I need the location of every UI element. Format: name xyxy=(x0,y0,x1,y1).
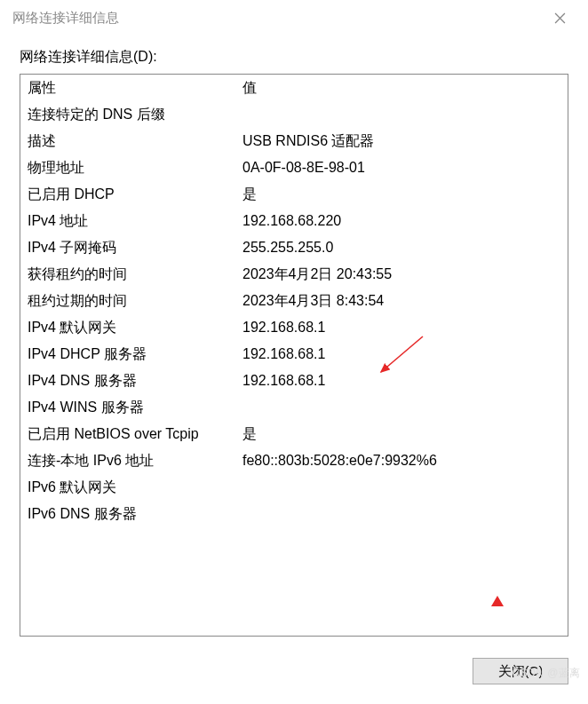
table-row[interactable]: IPv6 DNS 服务器 xyxy=(20,501,568,527)
table-row[interactable]: 连接特定的 DNS 后缀 xyxy=(20,101,568,128)
property-cell: 租约过期的时间 xyxy=(28,289,242,312)
property-cell: 已启用 DHCP xyxy=(28,183,242,206)
table-row[interactable]: IPv4 DNS 服务器192.168.68.1 xyxy=(20,368,568,394)
table-row[interactable]: IPv4 WINS 服务器 xyxy=(20,394,568,421)
close-icon[interactable] xyxy=(542,0,577,36)
value-cell: USB RNDIS6 适配器 xyxy=(242,130,568,153)
property-cell: IPv4 地址 xyxy=(28,210,242,233)
value-cell: 192.168.68.220 xyxy=(242,210,568,233)
property-cell: IPv4 默认网关 xyxy=(28,316,242,339)
header-row: 属性 值 xyxy=(20,75,568,101)
property-cell: 物理地址 xyxy=(28,156,242,179)
value-cell: 192.168.68.1 xyxy=(242,316,568,339)
table-row[interactable]: 获得租约的时间2023年4月2日 20:43:55 xyxy=(20,261,568,288)
value-cell: 0A-0F-08-8E-98-01 xyxy=(242,156,568,179)
property-cell: 描述 xyxy=(28,130,242,153)
dialog-footer: 关闭(C) xyxy=(0,647,588,704)
property-cell: IPv6 默认网关 xyxy=(28,476,242,499)
dialog-window: 网络连接详细信息 网络连接详细信息(D): 属性 值 连接特定的 DNS 后缀描… xyxy=(0,0,588,704)
table-row[interactable]: IPv6 默认网关 xyxy=(20,474,568,501)
value-cell: fe80::803b:5028:e0e7:9932%6 xyxy=(242,449,568,472)
table-row[interactable]: 已启用 DHCP是 xyxy=(20,181,568,208)
table-row[interactable]: IPv4 默认网关192.168.68.1 xyxy=(20,314,568,341)
value-cell: 2023年4月2日 20:43:55 xyxy=(242,263,568,286)
property-cell: 已启用 NetBIOS over Tcpip xyxy=(28,423,242,446)
window-title: 网络连接详细信息 xyxy=(12,10,542,27)
value-cell: 是 xyxy=(242,183,568,206)
property-cell: IPv6 DNS 服务器 xyxy=(28,502,242,526)
column-header-property: 属性 xyxy=(28,76,242,99)
table-row[interactable]: 物理地址0A-0F-08-8E-98-01 xyxy=(20,154,568,181)
value-cell: 2023年4月3日 8:43:54 xyxy=(242,289,568,312)
property-cell: 获得租约的时间 xyxy=(28,263,242,286)
value-cell xyxy=(242,396,568,419)
value-cell xyxy=(242,476,568,499)
watermark-text: CSDN @蓝​离 xyxy=(512,666,581,681)
value-cell: 是 xyxy=(242,423,568,446)
table-row[interactable]: 租约过期的时间2023年4月3日 8:43:54 xyxy=(20,288,568,314)
property-cell: IPv4 DNS 服务器 xyxy=(28,369,242,392)
property-cell: 连接特定的 DNS 后缀 xyxy=(28,103,242,126)
property-cell: IPv4 DHCP 服务器 xyxy=(28,343,242,366)
section-label: 网络连接详细信息(D): xyxy=(20,48,568,67)
property-cell: 连接-本地 IPv6 地址 xyxy=(28,449,242,472)
titlebar: 网络连接详细信息 xyxy=(0,0,588,36)
annotation-triangle-icon xyxy=(491,596,504,606)
table-row[interactable]: IPv4 地址192.168.68.220 xyxy=(20,208,568,234)
table-row[interactable]: 连接-本地 IPv6 地址fe80::803b:5028:e0e7:9932%6 xyxy=(20,447,568,474)
details-listbox[interactable]: 属性 值 连接特定的 DNS 后缀描述USB RNDIS6 适配器物理地址0A-… xyxy=(20,74,568,637)
table-row[interactable]: IPv4 子网掩码255.255.255.0 xyxy=(20,234,568,261)
property-cell: IPv4 WINS 服务器 xyxy=(28,396,242,419)
property-cell: IPv4 子网掩码 xyxy=(28,236,242,259)
value-cell xyxy=(242,103,568,126)
column-header-value: 值 xyxy=(242,76,568,99)
table-row[interactable]: IPv4 DHCP 服务器192.168.68.1 xyxy=(20,341,568,368)
value-cell: 192.168.68.1 xyxy=(242,343,568,366)
value-cell xyxy=(242,502,568,526)
table-row[interactable]: 已启用 NetBIOS over Tcpip是 xyxy=(20,421,568,447)
content-area: 网络连接详细信息(D): 属性 值 连接特定的 DNS 后缀描述USB RNDI… xyxy=(0,36,588,647)
value-cell: 255.255.255.0 xyxy=(242,236,568,259)
table-row[interactable]: 描述USB RNDIS6 适配器 xyxy=(20,128,568,154)
value-cell: 192.168.68.1 xyxy=(242,369,568,392)
